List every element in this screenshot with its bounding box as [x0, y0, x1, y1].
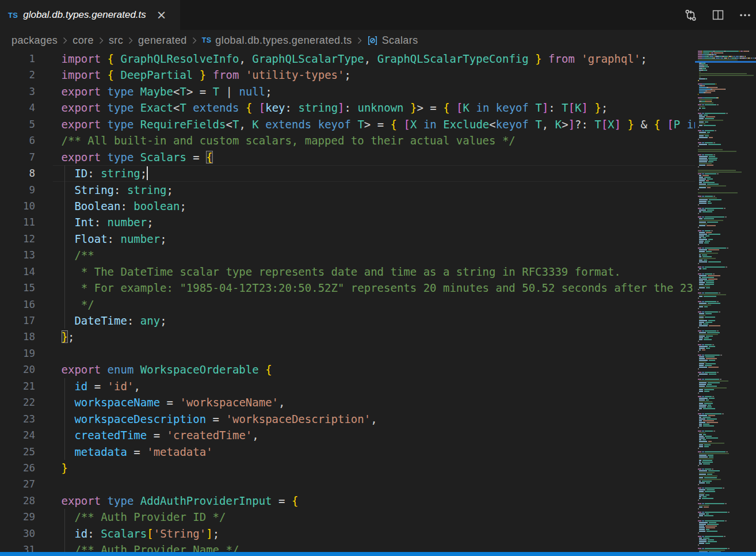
- line-number[interactable]: 2: [0, 67, 35, 83]
- line-number[interactable]: 25: [0, 444, 35, 460]
- tab-global-db-types[interactable]: TS global.db.types.generated.ts ×: [0, 0, 180, 30]
- minimap-line: [706, 482, 710, 483]
- more-actions-icon[interactable]: [731, 0, 756, 30]
- minimap-line: [705, 355, 720, 356]
- line-number[interactable]: 30: [0, 525, 35, 542]
- line-number[interactable]: 5: [0, 116, 35, 132]
- line-number[interactable]: 3: [0, 83, 35, 100]
- code-line-27[interactable]: 27: [0, 476, 695, 492]
- code-line-3[interactable]: 3export type Maybe<T> = T | null;: [0, 83, 695, 100]
- line-number[interactable]: 4: [0, 100, 35, 116]
- minimap-line: [699, 92, 704, 93]
- line-number[interactable]: 21: [0, 378, 35, 394]
- line-number[interactable]: 13: [0, 247, 35, 263]
- minimap-line: [702, 247, 704, 249]
- code-line-12[interactable]: 12 Float: number;: [0, 231, 695, 247]
- minimap-line: [704, 115, 708, 116]
- minimap-line: [699, 235, 704, 237]
- line-number[interactable]: 27: [0, 476, 35, 492]
- code-line-16[interactable]: 16 */: [0, 296, 695, 313]
- minimap-line: [706, 232, 712, 233]
- code-line-30[interactable]: 30 id: Scalars['String'];: [0, 525, 695, 542]
- line-number[interactable]: 29: [0, 509, 35, 525]
- code-line-10[interactable]: 10 Boolean: boolean;: [0, 198, 695, 214]
- code-line-25[interactable]: 25 metadata = 'metadata': [0, 444, 695, 460]
- code-text: * The DateTime scalar type represents da…: [62, 264, 621, 280]
- line-number[interactable]: 17: [0, 313, 35, 329]
- code-line-19[interactable]: 19: [0, 345, 695, 361]
- breadcrumb-item-src[interactable]: src: [109, 35, 123, 47]
- minimap-line: [698, 488, 701, 489]
- breadcrumb-item-scalars[interactable]: Scalars: [367, 35, 418, 47]
- minimap-line: [718, 97, 719, 98]
- line-number[interactable]: 14: [0, 264, 35, 280]
- minimap-line: [723, 52, 723, 54]
- code-line-4[interactable]: 4export type Exact<T extends { [key: str…: [0, 100, 695, 116]
- breadcrumb-item-core[interactable]: core: [72, 35, 94, 47]
- code-line-1[interactable]: 1import { GraphQLResolveInfo, GraphQLSca…: [0, 51, 695, 67]
- close-tab-icon[interactable]: ×: [156, 9, 167, 21]
- line-number[interactable]: 28: [0, 493, 35, 509]
- code-line-2[interactable]: 2import { DeepPartial } from 'utility-ty…: [0, 67, 695, 83]
- minimap-line: [707, 384, 712, 385]
- code-line-15[interactable]: 15 * For example: "1985-04-12T23:20:50.5…: [0, 280, 695, 296]
- line-number[interactable]: 16: [0, 296, 35, 313]
- line-number[interactable]: 26: [0, 460, 35, 476]
- minimap-line: [699, 463, 702, 464]
- line-number[interactable]: 19: [0, 345, 35, 361]
- minimap-line: [703, 425, 714, 426]
- minimap[interactable]: [695, 51, 756, 556]
- breadcrumb: packagescoresrcgeneratedTSglobal.db.type…: [0, 30, 756, 51]
- line-number[interactable]: 7: [0, 149, 35, 165]
- code-line-23[interactable]: 23 workspaceDescription = 'workspaceDesc…: [0, 411, 695, 427]
- code-line-21[interactable]: 21 id = 'id',: [0, 378, 695, 394]
- minimap-line: [708, 203, 712, 204]
- minimap-line: [699, 437, 705, 439]
- line-number[interactable]: 9: [0, 182, 35, 198]
- line-number[interactable]: 15: [0, 280, 35, 296]
- line-number[interactable]: 18: [0, 329, 35, 345]
- line-number[interactable]: 6: [0, 132, 35, 148]
- code-line-14[interactable]: 14 * The DateTime scalar type represents…: [0, 264, 695, 280]
- minimap-line: [699, 242, 703, 243]
- line-number[interactable]: 10: [0, 198, 35, 214]
- line-number[interactable]: 11: [0, 214, 35, 230]
- code-line-28[interactable]: 28export type AddAuthProviderInput = {: [0, 493, 695, 509]
- code-line-13[interactable]: 13 /**: [0, 247, 695, 263]
- code-line-7[interactable]: 7export type Scalars = {: [0, 149, 695, 165]
- minimap-line: [704, 260, 707, 261]
- code-line-5[interactable]: 5export type RequireFields<T, K extends …: [0, 116, 695, 132]
- minimap-line: [708, 56, 709, 57]
- minimap-line: [699, 116, 705, 117]
- code-line-9[interactable]: 9 String: string;: [0, 182, 695, 198]
- code-line-26[interactable]: 26}: [0, 460, 695, 476]
- minimap-line: [698, 213, 699, 214]
- code-line-6[interactable]: 6/** All built-in and custom scalars, ma…: [0, 132, 695, 148]
- code-text: Int: number;: [62, 214, 154, 230]
- code-line-22[interactable]: 22 workspaceName = 'workspaceName',: [0, 394, 695, 410]
- line-number[interactable]: 12: [0, 231, 35, 247]
- line-number[interactable]: 22: [0, 394, 35, 410]
- compare-changes-icon[interactable]: [677, 0, 704, 30]
- code-line-11[interactable]: 11 Int: number;: [0, 214, 695, 230]
- minimap-line: [699, 389, 703, 390]
- minimap-line: [699, 187, 706, 188]
- minimap-line: [699, 318, 704, 319]
- code-line-17[interactable]: 17 DateTime: any;: [0, 313, 695, 329]
- code-line-20[interactable]: 20export enum WorkspaceOrderable {: [0, 361, 695, 378]
- code-line-8[interactable]: 8 ID: string;: [0, 165, 695, 181]
- code-line-18[interactable]: 18};: [0, 329, 695, 345]
- breadcrumb-item-generated[interactable]: generated: [138, 35, 187, 47]
- line-number[interactable]: 8: [0, 165, 35, 181]
- split-editor-icon[interactable]: [704, 0, 731, 30]
- code-line-24[interactable]: 24 createdTime = 'createdTime',: [0, 427, 695, 443]
- breadcrumb-separator-icon: [352, 36, 367, 45]
- code-editor[interactable]: 1import { GraphQLResolveInfo, GraphQLSca…: [0, 51, 695, 556]
- line-number[interactable]: 23: [0, 411, 35, 427]
- line-number[interactable]: 1: [0, 51, 35, 67]
- line-number[interactable]: 24: [0, 427, 35, 443]
- code-line-29[interactable]: 29 /** Auth Provider ID */: [0, 509, 695, 525]
- breadcrumb-item-global-db-types-generated-ts[interactable]: TSglobal.db.types.generated.ts: [202, 35, 352, 47]
- line-number[interactable]: 20: [0, 361, 35, 378]
- breadcrumb-item-packages[interactable]: packages: [12, 35, 58, 47]
